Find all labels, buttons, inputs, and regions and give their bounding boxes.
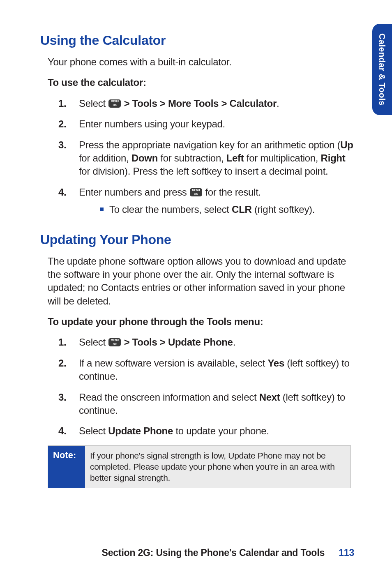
side-tab-label: Calendar & Tools — [377, 33, 387, 106]
step-number: 4. — [58, 186, 66, 199]
step-2: 2. If a new software version is availabl… — [58, 357, 355, 383]
step-text-pre: Select — [79, 337, 108, 348]
step-3: 3. Press the appropriate navigation key … — [58, 138, 355, 178]
step-number: 4. — [58, 424, 66, 438]
step-number: 3. — [58, 138, 66, 152]
note-label: Note: — [48, 446, 85, 488]
step-number: 2. — [58, 118, 66, 131]
step-1: 1. Select > Tools > More Tools > Calcula… — [58, 97, 355, 110]
step-text-pre: Select — [79, 98, 108, 109]
intro-calculator: Your phone comes with a built-in calcula… — [48, 55, 355, 69]
steps-updating: 1. Select > Tools > Update Phone. 2. If … — [58, 336, 355, 438]
step-text-tail: . — [277, 98, 279, 109]
menu-ok-icon — [108, 99, 121, 108]
note-box: Note: If your phone's signal strength is… — [48, 445, 351, 488]
step-2: 2. Enter numbers using your keypad. — [58, 118, 355, 131]
step-text-bold: > Tools > Update Phone — [121, 337, 233, 348]
step-text-pre: Enter numbers and press — [79, 187, 189, 198]
intro-updating: The update phone software option allows … — [48, 255, 355, 308]
step-1: 1. Select > Tools > Update Phone. — [58, 336, 355, 349]
bullet-item: To clear the numbers, select CLR (right … — [100, 203, 355, 216]
bullet-list: To clear the numbers, select CLR (right … — [100, 203, 355, 216]
step-number: 3. — [58, 391, 66, 404]
menu-ok-icon — [190, 188, 202, 196]
step-text: Press the appropriate navigation key for… — [79, 139, 353, 177]
heading-calculator: Using the Calculator — [40, 33, 355, 48]
menu-ok-icon — [108, 338, 121, 346]
step-3: 3. Read the onscreen information and sel… — [58, 391, 355, 417]
subhead-updating: To update your phone through the Tools m… — [48, 315, 355, 328]
step-text: Read the onscreen information and select… — [79, 392, 345, 416]
steps-calculator: 1. Select > Tools > More Tools > Calcula… — [58, 97, 355, 217]
step-text-tail: for the result. — [203, 187, 261, 198]
subhead-calculator: To use the calculator: — [48, 76, 355, 89]
step-number: 1. — [58, 97, 66, 110]
page-footer: Section 2G: Using the Phone's Calendar a… — [102, 547, 354, 558]
note-text: If your phone's signal strength is low, … — [85, 446, 350, 488]
footer-section: Section 2G: Using the Phone's Calendar a… — [102, 547, 325, 558]
step-text: Select Update Phone to update your phone… — [79, 425, 269, 436]
step-text-bold: > Tools > More Tools > Calculator — [121, 98, 277, 109]
heading-updating: Updating Your Phone — [40, 232, 355, 247]
footer-page-number: 113 — [339, 547, 354, 558]
step-number: 1. — [58, 336, 66, 349]
step-4: 4. Enter numbers and press for the resul… — [58, 186, 355, 217]
page-content: Using the Calculator Your phone comes wi… — [0, 0, 392, 488]
step-number: 2. — [58, 357, 66, 370]
step-4: 4. Select Update Phone to update your ph… — [58, 424, 355, 438]
step-text: If a new software version is available, … — [79, 357, 350, 382]
step-text-tail: . — [233, 337, 235, 348]
step-text: Enter numbers using your keypad. — [79, 118, 225, 129]
side-tab: Calendar & Tools — [372, 24, 392, 115]
